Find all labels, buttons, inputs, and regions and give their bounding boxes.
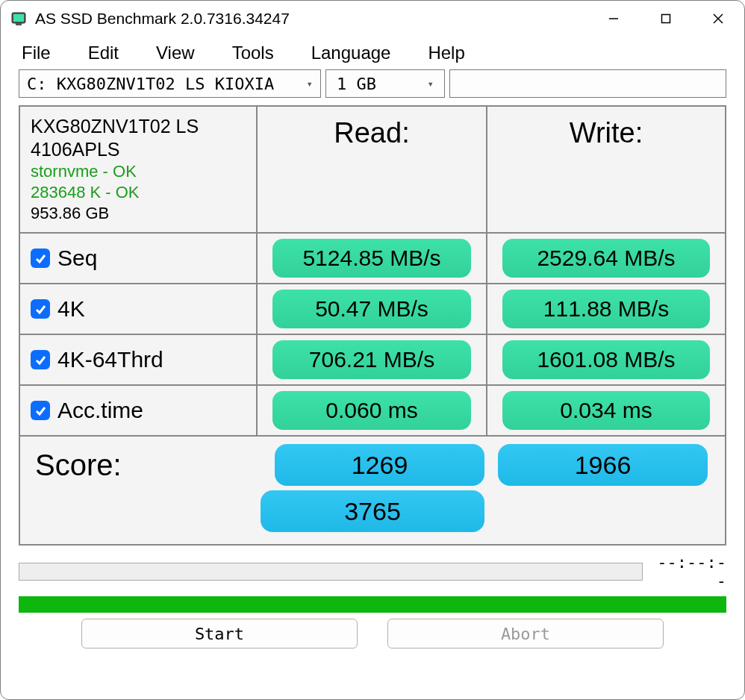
- row-4k64: 4K-64Thrd 706.21 MB/s 1601.08 MB/s: [20, 335, 725, 386]
- header-write: Write:: [487, 107, 725, 232]
- 4k-write: 111.88 MB/s: [502, 290, 710, 328]
- menubar: File Edit View Tools Language Help: [1, 37, 744, 66]
- timer: --:--:--: [652, 553, 726, 590]
- window-title: AS SSD Benchmark 2.0.7316.34247: [35, 10, 587, 28]
- minimize-button[interactable]: [587, 1, 640, 37]
- menu-file[interactable]: File: [22, 43, 51, 63]
- app-icon: [10, 10, 28, 28]
- header-row: KXG80ZNV1T02 LS 4106APLS stornvme - OK 2…: [20, 107, 725, 234]
- score-label: Score:: [31, 444, 268, 482]
- drive-select-value: C: KXG80ZNV1T02 LS KIOXIA: [27, 75, 274, 93]
- button-row: Start Abort: [1, 619, 744, 660]
- start-button[interactable]: Start: [81, 619, 358, 649]
- drive-capacity: 953.86 GB: [31, 204, 109, 223]
- size-select[interactable]: 1 GB ▾: [325, 69, 445, 98]
- svg-rect-1: [13, 14, 24, 22]
- results-grid: KXG80ZNV1T02 LS 4106APLS stornvme - OK 2…: [19, 105, 726, 546]
- 4k-read: 50.47 MB/s: [272, 290, 472, 328]
- titlebar: AS SSD Benchmark 2.0.7316.34247: [1, 1, 744, 37]
- drive-model-2: 4106APLS: [31, 139, 120, 160]
- chevron-down-icon: ▾: [428, 78, 434, 90]
- score-total: 3765: [261, 490, 484, 532]
- 4k64-write: 1601.08 MB/s: [502, 340, 710, 379]
- drive-info-cell: KXG80ZNV1T02 LS 4106APLS stornvme - OK 2…: [20, 107, 258, 232]
- label-acc: Acc.time: [57, 398, 143, 423]
- row-4k: 4K 50.47 MB/s 111.88 MB/s: [20, 284, 725, 335]
- drive-select[interactable]: C: KXG80ZNV1T02 LS KIOXIA ▾: [19, 69, 321, 98]
- menu-language[interactable]: Language: [311, 43, 391, 63]
- maximize-button[interactable]: [640, 1, 692, 37]
- checkbox-4k[interactable]: [31, 299, 50, 319]
- status-field: [449, 69, 726, 98]
- menu-view[interactable]: View: [156, 43, 195, 63]
- svg-rect-2: [16, 23, 22, 25]
- seq-read: 5124.85 MB/s: [272, 239, 472, 278]
- driver-status: stornvme - OK: [31, 162, 137, 181]
- score-read: 1269: [275, 444, 484, 486]
- close-button[interactable]: [692, 1, 744, 37]
- checkbox-seq[interactable]: [31, 249, 50, 268]
- checkbox-4k64[interactable]: [31, 350, 50, 369]
- header-read: Read:: [258, 107, 487, 232]
- score-area: Score: 1269 1966 3765: [20, 437, 725, 544]
- completion-bar: [19, 596, 726, 613]
- menu-edit[interactable]: Edit: [88, 43, 119, 63]
- 4k64-read: 706.21 MB/s: [272, 340, 472, 379]
- menu-tools[interactable]: Tools: [232, 43, 274, 63]
- checkbox-acc[interactable]: [31, 401, 50, 420]
- acc-read: 0.060 ms: [272, 391, 472, 430]
- seq-write: 2529.64 MB/s: [502, 239, 710, 278]
- menu-help[interactable]: Help: [428, 43, 464, 63]
- alignment-status: 283648 K - OK: [31, 183, 140, 202]
- drive-model-1: KXG80ZNV1T02 LS: [31, 116, 199, 137]
- toolbar: C: KXG80ZNV1T02 LS KIOXIA ▾ 1 GB ▾: [1, 66, 744, 105]
- window-controls: [587, 1, 744, 37]
- label-seq: Seq: [57, 246, 97, 271]
- score-write: 1966: [498, 444, 708, 486]
- label-4k: 4K: [57, 296, 85, 322]
- app-window: AS SSD Benchmark 2.0.7316.34247 File Edi…: [0, 0, 745, 700]
- size-select-value: 1 GB: [337, 75, 376, 93]
- abort-button[interactable]: Abort: [387, 619, 664, 649]
- label-4k64: 4K-64Thrd: [57, 347, 163, 372]
- row-acc: Acc.time 0.060 ms 0.034 ms: [20, 386, 725, 437]
- chevron-down-icon: ▾: [307, 78, 313, 90]
- progress-bar: [19, 563, 643, 581]
- acc-write: 0.034 ms: [502, 391, 710, 430]
- status-row: --:--:--: [1, 546, 744, 593]
- svg-rect-4: [662, 15, 670, 23]
- row-seq: Seq 5124.85 MB/s 2529.64 MB/s: [20, 234, 725, 284]
